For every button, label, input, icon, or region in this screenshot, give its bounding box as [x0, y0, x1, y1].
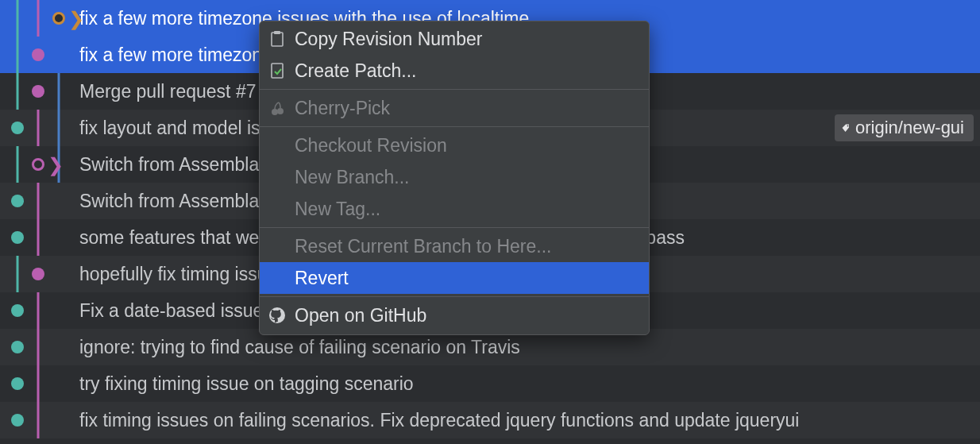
svg-point-5 [277, 108, 284, 114]
commit-graph-cell [6, 292, 75, 329]
commit-graph-cell [6, 110, 75, 146]
clipboard-icon [268, 29, 287, 48]
commit-row[interactable]: fix timing issues on failing scenarios. … [0, 402, 980, 438]
context-menu[interactable]: Copy Revision NumberCreate Patch...Cherr… [259, 21, 650, 335]
commit-graph-cell [6, 73, 75, 110]
svg-rect-3 [272, 64, 283, 78]
menu-item-label: New Tag... [295, 199, 380, 220]
commit-message: fix timing issues on failing scenarios. … [79, 410, 980, 431]
commit-message: try fixing timing issue on tagging scena… [79, 373, 980, 395]
menu-item-label: Open on GitHub [295, 305, 426, 326]
commit-node [11, 195, 24, 207]
ref-tag-label: origin/new-gui [855, 118, 964, 138]
commit-graph-cell [6, 183, 75, 219]
commit-node [32, 85, 44, 98]
commit-node [11, 122, 24, 134]
commit-graph-cell: ❯ [6, 0, 75, 37]
commit-row[interactable]: try fixing timing issue on tagging scena… [0, 365, 980, 402]
commit-graph-cell: ❯ [6, 146, 75, 183]
menu-item-revert[interactable]: Revert [260, 262, 649, 294]
commit-graph-cell [6, 37, 75, 73]
ref-tag[interactable]: origin/new-gui [835, 114, 974, 141]
menu-separator [260, 227, 649, 228]
arrow-icon: ❯ [48, 156, 64, 175]
svg-rect-2 [274, 31, 280, 34]
commit-graph-cell [6, 402, 75, 438]
menu-item-create-patch[interactable]: Create Patch... [260, 55, 649, 87]
menu-item-checkout-revision: Checkout Revision [260, 129, 649, 161]
menu-item-label: Revert [295, 268, 349, 289]
menu-item-new-branch: New Branch... [260, 161, 649, 193]
github-icon [268, 306, 287, 325]
commit-node [11, 377, 24, 390]
svg-point-4 [272, 109, 278, 115]
menu-separator [260, 296, 649, 297]
menu-item-label: Cherry-Pick [295, 98, 390, 119]
commit-node [32, 158, 44, 171]
menu-item-label: Checkout Revision [295, 135, 447, 156]
svg-rect-1 [272, 33, 283, 46]
menu-item-label: Create Patch... [295, 60, 416, 82]
commit-graph-cell [6, 365, 75, 402]
commit-graph-cell [6, 256, 75, 292]
blank-icon [268, 199, 287, 218]
commit-graph-cell [6, 329, 75, 365]
menu-item-label: New Branch... [295, 167, 409, 188]
commit-message: ignore: trying to find cause of failing … [79, 337, 980, 358]
menu-item-cherry-pick: Cherry-Pick [260, 92, 649, 124]
menu-item-open-on-github[interactable]: Open on GitHub [260, 299, 649, 331]
commit-node [11, 304, 24, 317]
menu-item-label: Copy Revision Number [295, 29, 482, 50]
commit-node [11, 414, 24, 427]
menu-item-reset-current-branch-to-here: Reset Current Branch to Here... [260, 230, 649, 262]
arrow-icon: ❯ [68, 10, 84, 29]
menu-separator [260, 126, 649, 127]
cherries-icon [268, 98, 287, 118]
menu-item-copy-revision-number[interactable]: Copy Revision Number [260, 23, 649, 55]
blank-icon [268, 168, 287, 187]
tag-icon [841, 118, 855, 137]
commit-node [11, 231, 24, 244]
commit-node [11, 341, 24, 353]
menu-separator [260, 89, 649, 90]
blank-icon [268, 237, 287, 256]
commit-node [32, 268, 44, 280]
patch-icon [268, 61, 287, 80]
menu-item-label: Reset Current Branch to Here... [295, 236, 551, 257]
commit-node [32, 48, 44, 61]
blank-icon [268, 268, 287, 288]
menu-item-new-tag: New Tag... [260, 193, 649, 225]
blank-icon [268, 136, 287, 155]
commit-graph-cell [6, 219, 75, 256]
svg-point-0 [847, 125, 849, 127]
commit-node [52, 12, 65, 25]
